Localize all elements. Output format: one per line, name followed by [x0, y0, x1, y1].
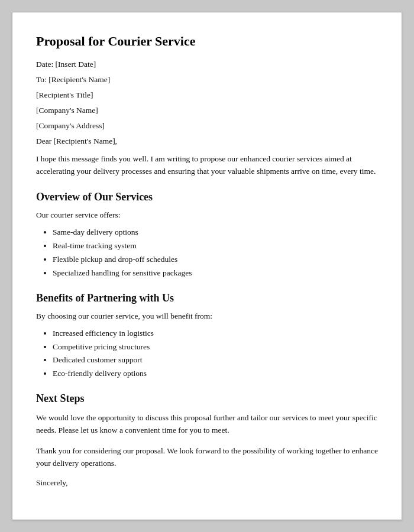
- section-next-steps: Next Steps We would love the opportunity…: [36, 392, 378, 470]
- greeting: Dear [Recipient's Name],: [36, 137, 378, 146]
- list-item: Competitive pricing structures: [53, 340, 378, 354]
- intro-paragraph: I hope this message finds you well. I am…: [36, 153, 378, 178]
- section-overview-title: Overview of Our Services: [36, 191, 378, 203]
- section-overview: Overview of Our Services Our courier ser…: [36, 191, 378, 280]
- document: Proposal for Courier Service Date: [Inse…: [12, 12, 402, 520]
- section-benefits-intro: By choosing our courier service, you wil…: [36, 312, 378, 321]
- list-item: Dedicated customer support: [53, 353, 378, 367]
- list-item: Same-day delivery options: [53, 226, 378, 239]
- company-address-line: [Company's Address]: [36, 121, 378, 131]
- company-name-line: [Company's Name]: [36, 106, 378, 115]
- list-item: Increased efficiency in logistics: [53, 327, 378, 340]
- next-steps-para-1: We would love the opportunity to discuss…: [36, 412, 378, 437]
- list-item: Specialized handling for sensitive packa…: [53, 267, 378, 280]
- list-item: Flexible pickup and drop-off schedules: [53, 253, 378, 267]
- section-benefits: Benefits of Partnering with Us By choosi…: [36, 292, 378, 381]
- date-line: Date: [Insert Date]: [36, 60, 378, 69]
- next-steps-para-2: Thank you for considering our proposal. …: [36, 445, 378, 470]
- recipient-title-line: [Recipient's Title]: [36, 90, 378, 100]
- list-item: Real-time tracking system: [53, 239, 378, 253]
- section-benefits-title: Benefits of Partnering with Us: [36, 292, 378, 304]
- section-overview-intro: Our courier service offers:: [36, 210, 378, 220]
- section-next-steps-title: Next Steps: [36, 392, 378, 405]
- closing: Sincerely,: [36, 478, 378, 488]
- section-benefits-list: Increased efficiency in logistics Compet…: [36, 327, 378, 381]
- list-item: Eco-friendly delivery options: [53, 367, 378, 381]
- document-title: Proposal for Courier Service: [36, 34, 378, 49]
- to-line: To: [Recipient's Name]: [36, 75, 378, 85]
- section-overview-list: Same-day delivery options Real-time trac…: [36, 226, 378, 280]
